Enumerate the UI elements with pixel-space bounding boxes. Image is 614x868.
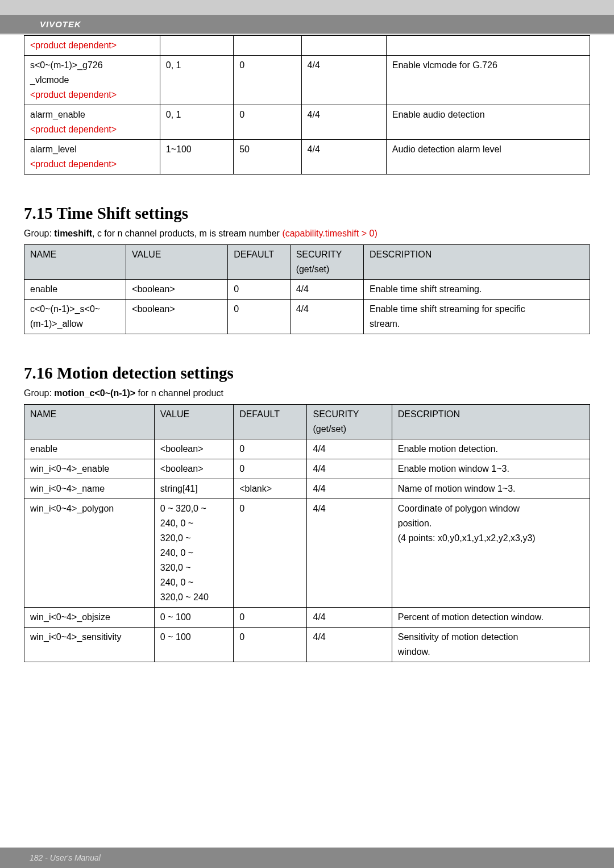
header-bar bbox=[0, 0, 614, 15]
cell-text: c<0~(n-1)>_s<0~ bbox=[30, 304, 120, 314]
cell-text: 1~100 bbox=[160, 140, 233, 175]
cell-text: 4/4 bbox=[301, 56, 386, 105]
table-row: <product dependent> bbox=[24, 36, 590, 56]
cell-text: stream. bbox=[370, 319, 584, 329]
cell-text: win_i<0~4>_objsize bbox=[24, 608, 155, 628]
cell-text: 4/4 bbox=[307, 479, 392, 499]
cell-text: <product dependent> bbox=[30, 90, 154, 100]
cell-text: 240, 0 ~ bbox=[160, 548, 227, 558]
cell-text: 4/4 bbox=[307, 608, 392, 628]
cell-text: 4/4 bbox=[290, 280, 363, 300]
table-row: win_i<0~4>_polygon 0 ~ 320,0 ~ 240, 0 ~ … bbox=[24, 499, 590, 608]
cell-text: 0 bbox=[234, 56, 301, 105]
brand-text: VIVOTEK bbox=[40, 19, 81, 29]
cell-text: 4/4 bbox=[301, 105, 386, 140]
cell-text: 0 bbox=[228, 280, 290, 300]
cell-text: enable bbox=[24, 439, 155, 459]
cell-text: <product dependent> bbox=[30, 124, 154, 135]
cell-text: <boolean> bbox=[126, 280, 228, 300]
cell-text: <product dependent> bbox=[30, 159, 154, 169]
cell-text: 4/4 bbox=[301, 140, 386, 175]
cell-text: 0 bbox=[234, 459, 307, 479]
footer-text: 182 - User's Manual bbox=[30, 853, 101, 862]
cell-text: string[41] bbox=[154, 479, 233, 499]
cell-text: 0, 1 bbox=[160, 56, 233, 105]
col-security: SECURITY (get/set) bbox=[307, 405, 392, 439]
table-row: c<0~(n-1)>_s<0~ (m-1)>_allow <boolean> 0… bbox=[24, 300, 590, 334]
cell-text: Enable motion detection. bbox=[392, 439, 590, 459]
cell-text: position. bbox=[398, 518, 584, 529]
cell-text: alarm_level bbox=[30, 144, 154, 155]
cell-text: win_i<0~4>_enable bbox=[24, 459, 155, 479]
table-row: enable <boolean> 0 4/4 Enable motion det… bbox=[24, 439, 590, 459]
table-header-row: NAME VALUE DEFAULT SECURITY (get/set) DE… bbox=[24, 405, 590, 439]
col-default: DEFAULT bbox=[228, 245, 290, 280]
cell-text: 4/4 bbox=[307, 459, 392, 479]
cell-text: Enable time shift streaming for specific bbox=[370, 304, 584, 314]
col-name: NAME bbox=[24, 245, 126, 280]
cell-text: 4/4 bbox=[290, 300, 363, 334]
col-security: SECURITY (get/set) bbox=[290, 245, 363, 280]
cell-text: <blank> bbox=[234, 479, 307, 499]
col-value: VALUE bbox=[154, 405, 233, 439]
table-row: win_i<0~4>_objsize 0 ~ 100 0 4/4 Percent… bbox=[24, 608, 590, 628]
cell-text: 240, 0 ~ bbox=[160, 578, 227, 588]
cell-text: Sensitivity of motion detection bbox=[398, 632, 584, 642]
table-motion: NAME VALUE DEFAULT SECURITY (get/set) DE… bbox=[24, 404, 590, 662]
col-description: DESCRIPTION bbox=[392, 405, 590, 439]
table-header-row: NAME VALUE DEFAULT SECURITY (get/set) DE… bbox=[24, 245, 590, 280]
table-row: s<0~(m-1)>_g726 _vlcmode <product depend… bbox=[24, 56, 590, 105]
col-description: DESCRIPTION bbox=[363, 245, 590, 280]
table-audio: <product dependent> s<0~(m-1)>_g726 _vlc… bbox=[24, 35, 590, 175]
cell-text: 0, 1 bbox=[160, 105, 233, 140]
page-content: <product dependent> s<0~(m-1)>_g726 _vlc… bbox=[0, 35, 614, 685]
cell-text: 0 ~ 100 bbox=[154, 608, 233, 628]
cell-text: <boolean> bbox=[154, 439, 233, 459]
cell-text: alarm_enable bbox=[30, 110, 154, 120]
cell-text: enable bbox=[24, 280, 126, 300]
page-footer: 182 - User's Manual bbox=[0, 848, 614, 868]
cell-text: <boolean> bbox=[126, 300, 228, 334]
section-title-7-16: 7.16 Motion detection settings bbox=[24, 364, 590, 383]
cell-text: 0 bbox=[228, 300, 290, 334]
cell-text: s<0~(m-1)>_g726 bbox=[30, 60, 154, 70]
table-row: alarm_level <product dependent> 1~100 50… bbox=[24, 140, 590, 175]
cell-text: 320,0 ~ 240 bbox=[160, 592, 227, 603]
cell-text: 320,0 ~ bbox=[160, 533, 227, 543]
group-line-7-15: Group: timeshift, c for n channel produc… bbox=[24, 229, 590, 239]
cell-text: 0 bbox=[234, 608, 307, 628]
cell-text: <boolean> bbox=[154, 459, 233, 479]
table-row: alarm_enable <product dependent> 0, 1 0 … bbox=[24, 105, 590, 140]
cell-text: 240, 0 ~ bbox=[160, 518, 227, 529]
cell-text: 4/4 bbox=[307, 628, 392, 662]
cell-text: <product dependent> bbox=[30, 40, 117, 50]
cell-text: 4/4 bbox=[307, 439, 392, 459]
cell-text: 50 bbox=[234, 140, 301, 175]
cell-text: win_i<0~4>_name bbox=[24, 479, 155, 499]
cell-text: (m-1)>_allow bbox=[30, 319, 120, 329]
cell-text: 0 ~ 100 bbox=[154, 628, 233, 662]
cell-text: _vlcmode bbox=[30, 75, 154, 85]
cell-text: 0 bbox=[234, 105, 301, 140]
col-value: VALUE bbox=[126, 245, 228, 280]
table-row: win_i<0~4>_sensitivity 0 ~ 100 0 4/4 Sen… bbox=[24, 628, 590, 662]
brand-bar: VIVOTEK bbox=[0, 15, 614, 34]
table-row: win_i<0~4>_enable <boolean> 0 4/4 Enable… bbox=[24, 459, 590, 479]
table-row: enable <boolean> 0 4/4 Enable time shift… bbox=[24, 280, 590, 300]
cell-text: window. bbox=[398, 647, 584, 657]
table-timeshift: NAME VALUE DEFAULT SECURITY (get/set) DE… bbox=[24, 244, 590, 334]
cell-text: 0 bbox=[234, 439, 307, 459]
cell-text: (4 points: x0,y0,x1,y1,x2,y2,x3,y3) bbox=[398, 533, 584, 543]
cell-text: Percent of motion detection window. bbox=[392, 608, 590, 628]
cell-text: Enable motion window 1~3. bbox=[392, 459, 590, 479]
cell-text: win_i<0~4>_sensitivity bbox=[24, 628, 155, 662]
cell-text: 0 bbox=[234, 628, 307, 662]
cell-text: win_i<0~4>_polygon bbox=[24, 499, 155, 608]
cell-text: 320,0 ~ bbox=[160, 563, 227, 573]
cell-text: 0 ~ 320,0 ~ bbox=[160, 504, 227, 514]
cell-text: Enable vlcmode for G.726 bbox=[386, 56, 590, 105]
cell-text: Coordinate of polygon window bbox=[398, 504, 584, 514]
col-default: DEFAULT bbox=[234, 405, 307, 439]
col-name: NAME bbox=[24, 405, 155, 439]
cell-text: Audio detection alarm level bbox=[386, 140, 590, 175]
